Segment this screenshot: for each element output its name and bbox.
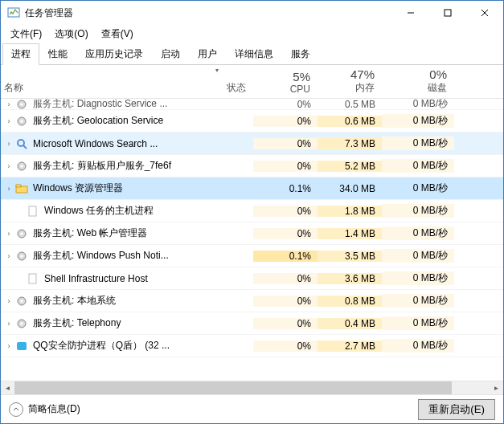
disk-cell: 0 MB/秒: [382, 159, 454, 173]
process-name-cell: ›服务主机: Geolocation Service: [1, 114, 181, 128]
svg-point-9: [18, 140, 24, 146]
process-name: Shell Infrastructure Host: [44, 273, 148, 284]
svg-point-24: [20, 322, 23, 325]
scroll-thumb[interactable]: [14, 381, 452, 394]
tab-details[interactable]: 详细信息: [226, 43, 282, 65]
expand-icon[interactable]: ›: [4, 161, 14, 171]
expand-icon[interactable]: ›: [4, 251, 14, 261]
process-row[interactable]: ›QQ安全防护进程（Q盾） (32 ...0%2.7 MB0 MB/秒: [1, 335, 503, 357]
folder-icon: [15, 182, 28, 195]
process-name: Windows 资源管理器: [33, 181, 123, 195]
cpu-cell: 0%: [253, 99, 318, 110]
process-list: ›服务主机: Diagnostic Service ...0%0.5 MB0 M…: [1, 99, 503, 381]
close-button[interactable]: [466, 1, 503, 25]
tab-startup[interactable]: 启动: [152, 43, 189, 65]
gear-icon: [15, 295, 28, 308]
process-name: 服务主机: Geolocation Service: [33, 114, 163, 128]
process-row[interactable]: ›服务主机: Diagnostic Service ...0%0.5 MB0 M…: [1, 99, 503, 110]
process-name: 服务主机: Telephony: [33, 316, 121, 330]
scroll-track[interactable]: [14, 381, 490, 394]
cpu-cell: 0%: [253, 206, 318, 217]
expand-icon[interactable]: ›: [4, 116, 14, 126]
memory-cell: 3.5 MB: [318, 251, 382, 262]
cpu-cell: 0%: [253, 318, 318, 329]
disk-cell: 0 MB/秒: [382, 249, 454, 263]
disk-cell: 0 MB/秒: [382, 339, 454, 353]
process-row[interactable]: ›服务主机: 本地系统0%0.8 MB0 MB/秒: [1, 290, 503, 312]
process-row[interactable]: Windows 任务的主机进程0%1.8 MB0 MB/秒: [1, 200, 503, 222]
titlebar: 任务管理器: [1, 1, 503, 25]
menu-options[interactable]: 选项(O): [50, 26, 92, 43]
expand-icon[interactable]: ›: [4, 229, 14, 238]
bottom-bar: 简略信息(D) 重新启动(E): [1, 394, 503, 423]
cpu-cell: 0%: [253, 228, 318, 239]
cpu-cell: 0%: [253, 340, 318, 352]
tab-history[interactable]: 应用历史记录: [76, 43, 152, 65]
disk-cell: 0 MB/秒: [382, 316, 454, 330]
cpu-cell: 0%: [253, 161, 318, 172]
process-row[interactable]: ›服务主机: Web 帐户管理器0%1.4 MB0 MB/秒: [1, 222, 503, 245]
tab-users[interactable]: 用户: [189, 43, 226, 65]
disk-cell: 0 MB/秒: [382, 226, 454, 240]
horizontal-scrollbar[interactable]: ◄ ►: [1, 381, 503, 394]
process-name: 服务主机: Web 帐户管理器: [33, 226, 147, 240]
gear-icon: [15, 115, 28, 128]
col-header-status[interactable]: ▾ 状态: [181, 65, 253, 98]
qq-icon: [15, 340, 28, 353]
col-header-name[interactable]: 名称: [1, 65, 181, 98]
col-header-cpu[interactable]: 5% CPU: [253, 65, 318, 98]
process-row[interactable]: ›服务主机: Geolocation Service0%0.6 MB0 MB/秒: [1, 110, 503, 132]
minimize-button[interactable]: [392, 1, 429, 25]
expand-icon[interactable]: ›: [4, 319, 14, 328]
scroll-right-icon[interactable]: ►: [490, 381, 503, 395]
blank-icon: [27, 272, 39, 285]
blank-icon: [27, 205, 39, 218]
maximize-button[interactable]: [429, 1, 466, 25]
svg-rect-15: [29, 206, 36, 216]
memory-cell: 0.5 MB: [318, 99, 382, 110]
svg-point-6: [20, 103, 23, 106]
process-row[interactable]: ›服务主机: 剪贴板用户服务_7fe6f0%5.2 MB0 MB/秒: [1, 155, 503, 177]
process-row[interactable]: ›Windows 资源管理器0.1%34.0 MB0 MB/秒: [1, 177, 503, 200]
expand-icon[interactable]: ›: [4, 341, 14, 351]
process-name-cell: ›服务主机: 本地系统: [1, 294, 181, 308]
tab-processes[interactable]: 进程: [2, 43, 39, 65]
disk-cell: 0 MB/秒: [382, 204, 454, 218]
expand-spacer: [4, 274, 14, 283]
menu-file[interactable]: 文件(F): [6, 26, 47, 43]
disk-cell: 0 MB/秒: [382, 294, 454, 308]
process-name: 服务主机: Windows Push Noti...: [33, 249, 169, 263]
svg-point-12: [20, 165, 23, 168]
process-row[interactable]: ›Microsoft Windows Search ...0%7.3 MB0 M…: [1, 132, 503, 155]
svg-line-10: [23, 145, 27, 149]
col-header-memory[interactable]: 47% 内存: [318, 65, 382, 98]
fewer-details-icon[interactable]: [9, 402, 23, 417]
scroll-left-icon[interactable]: ◄: [1, 381, 14, 395]
process-row[interactable]: Shell Infrastructure Host0%3.6 MB0 MB/秒: [1, 267, 503, 290]
cpu-cell: 0%: [253, 296, 318, 307]
menu-view[interactable]: 查看(V): [96, 26, 138, 43]
memory-cell: 1.8 MB: [318, 206, 382, 217]
expand-icon[interactable]: ›: [4, 139, 14, 149]
process-name-cell: ›Microsoft Windows Search ...: [1, 137, 181, 150]
tab-services[interactable]: 服务: [282, 43, 319, 65]
expand-icon[interactable]: ›: [4, 100, 14, 109]
memory-cell: 5.2 MB: [318, 161, 382, 172]
menubar: 文件(F) 选项(O) 查看(V): [1, 25, 503, 43]
memory-cell: 7.3 MB: [318, 138, 382, 149]
cpu-cell: 0.1%: [253, 251, 318, 262]
expand-icon[interactable]: ›: [4, 184, 14, 194]
svg-rect-20: [29, 274, 36, 283]
svg-rect-2: [445, 10, 451, 16]
disk-cell: 0 MB/秒: [382, 271, 454, 285]
expand-icon[interactable]: ›: [4, 296, 14, 306]
fewer-details-label[interactable]: 简略信息(D): [28, 402, 80, 416]
process-row[interactable]: ›服务主机: Telephony0%0.4 MB0 MB/秒: [1, 312, 503, 335]
col-header-disk[interactable]: 0% 磁盘: [382, 65, 454, 98]
restart-button[interactable]: 重新启动(E): [418, 399, 495, 420]
svg-point-22: [20, 300, 23, 303]
process-name-cell: ›QQ安全防护进程（Q盾） (32 ...: [1, 339, 181, 353]
process-row[interactable]: ›服务主机: Windows Push Noti...0.1%3.5 MB0 M…: [1, 245, 503, 267]
tab-performance[interactable]: 性能: [39, 43, 76, 65]
svg-rect-25: [17, 342, 27, 350]
